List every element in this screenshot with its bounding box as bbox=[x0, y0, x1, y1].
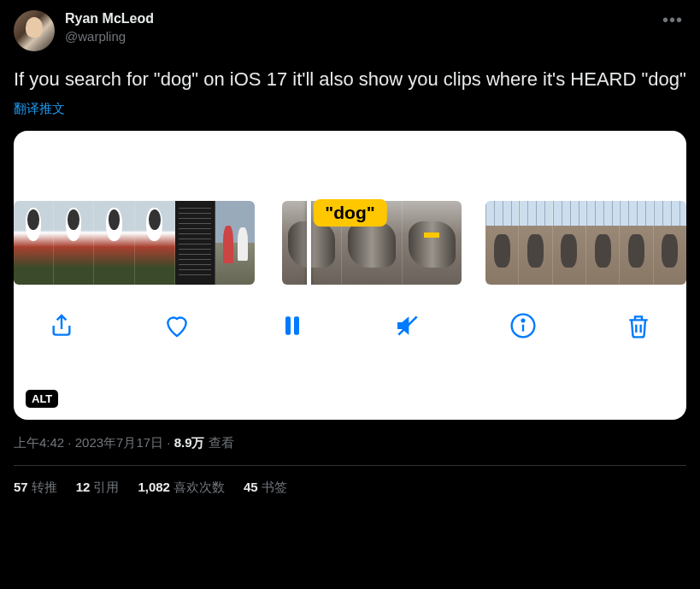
search-caption-badge: "dog" bbox=[313, 199, 386, 227]
bookmarks-stat[interactable]: 45书签 bbox=[244, 480, 287, 496]
playhead[interactable] bbox=[307, 201, 311, 285]
tweet-container: Ryan McLeod @warpling ••• If you search … bbox=[0, 0, 700, 506]
retweets-stat[interactable]: 57转推 bbox=[14, 480, 57, 496]
clip-frame bbox=[485, 201, 519, 285]
svg-rect-1 bbox=[294, 316, 299, 334]
clip-frame bbox=[403, 201, 462, 285]
clip-frame bbox=[135, 201, 175, 285]
user-handle: @warpling bbox=[65, 28, 154, 45]
quotes-stat[interactable]: 12引用 bbox=[76, 480, 120, 496]
clip-frame bbox=[586, 201, 620, 285]
clip-frame bbox=[620, 201, 653, 285]
media-toolbar bbox=[14, 285, 686, 362]
clip-frame bbox=[14, 201, 54, 285]
views-label: 查看 bbox=[205, 435, 234, 450]
clip-group-3[interactable] bbox=[485, 201, 686, 285]
display-name: Ryan McLeod bbox=[65, 10, 154, 28]
clip-frame bbox=[519, 201, 552, 285]
svg-rect-0 bbox=[285, 316, 291, 334]
tweet-meta[interactable]: 上午4:42 · 2023年7月17日 · 8.9万 查看 bbox=[14, 435, 686, 451]
clip-group-1[interactable] bbox=[14, 201, 255, 285]
translate-link[interactable]: 翻译推文 bbox=[14, 101, 65, 117]
user-name-block[interactable]: Ryan McLeod @warpling bbox=[65, 10, 154, 44]
avatar[interactable] bbox=[14, 10, 55, 51]
tweet-text: If you search for "dog" on iOS 17 it'll … bbox=[14, 67, 686, 92]
mute-icon[interactable] bbox=[392, 310, 423, 341]
svg-point-5 bbox=[522, 319, 525, 321]
more-icon[interactable]: ••• bbox=[659, 10, 686, 30]
views-count: 8.9万 bbox=[174, 435, 205, 450]
pause-icon[interactable] bbox=[277, 310, 308, 341]
tweet-time: 上午4:42 bbox=[14, 435, 64, 450]
tweet-date: 2023年7月17日 bbox=[75, 435, 163, 450]
clip-frame bbox=[94, 201, 134, 285]
heart-icon[interactable] bbox=[162, 310, 192, 341]
likes-stat[interactable]: 1,082喜欢次数 bbox=[138, 480, 225, 496]
clip-frame bbox=[54, 201, 94, 285]
stats-row: 57转推 12引用 1,082喜欢次数 45书签 bbox=[14, 480, 686, 496]
clip-frame bbox=[654, 201, 686, 285]
trash-icon[interactable] bbox=[623, 310, 654, 341]
share-icon[interactable] bbox=[46, 310, 77, 341]
clip-frame bbox=[175, 201, 215, 285]
info-icon[interactable] bbox=[508, 310, 538, 341]
divider bbox=[14, 465, 686, 466]
tweet-header: Ryan McLeod @warpling ••• bbox=[14, 10, 686, 51]
timeline-marker bbox=[424, 233, 439, 238]
media-card[interactable]: "dog" bbox=[14, 131, 686, 420]
clip-frame bbox=[553, 201, 586, 285]
clip-frame bbox=[215, 201, 255, 285]
alt-badge[interactable]: ALT bbox=[26, 390, 58, 408]
